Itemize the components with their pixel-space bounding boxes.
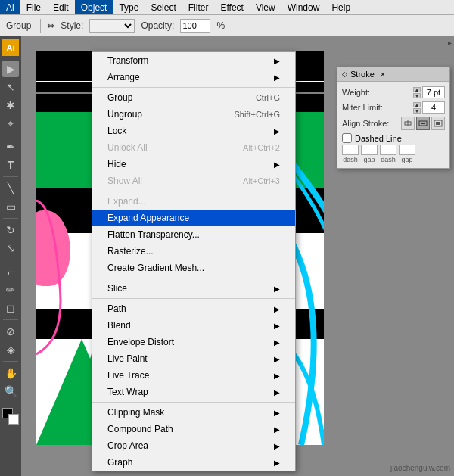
stroke-panel-close-icon[interactable]: × bbox=[381, 70, 385, 79]
menu-item-hide[interactable]: Hide ▶ bbox=[92, 156, 295, 173]
align-outside-button[interactable] bbox=[431, 117, 445, 130]
menubar-item-window[interactable]: Window bbox=[281, 0, 326, 14]
tool-eraser[interactable]: ◻ bbox=[2, 300, 19, 316]
menu-item-rasterize[interactable]: Rasterize... bbox=[92, 243, 295, 260]
stroke-panel-body: Weight: ▲ ▼ Miter Limit: ▲ bbox=[337, 82, 449, 168]
menu-item-ungroup[interactable]: Ungroup Shift+Ctrl+G bbox=[92, 106, 295, 123]
unlock-all-shortcut: Alt+Ctrl+2 bbox=[243, 143, 280, 152]
tool-selection[interactable]: ▶ bbox=[2, 61, 19, 77]
menubar-item-ai[interactable]: Ai bbox=[0, 0, 20, 14]
ungroup-shortcut: Shift+Ctrl+G bbox=[234, 110, 280, 119]
menubar-item-view[interactable]: View bbox=[250, 0, 281, 14]
color-swatches[interactable] bbox=[2, 408, 19, 425]
tool-pencil[interactable]: ✏ bbox=[2, 282, 19, 298]
weight-down-icon[interactable]: ▼ bbox=[413, 93, 421, 98]
menubar-item-filter[interactable]: Filter bbox=[182, 0, 215, 14]
toolbar-separator-1 bbox=[40, 19, 41, 33]
transform-arrow-icon: ▶ bbox=[274, 57, 280, 65]
tool-type[interactable]: T bbox=[2, 157, 19, 173]
menubar-item-select[interactable]: Select bbox=[145, 0, 182, 14]
dashed-line-row: Dashed Line bbox=[342, 133, 445, 143]
menu-sep-1 bbox=[92, 87, 295, 88]
align-center-button[interactable] bbox=[401, 117, 415, 130]
miter-input[interactable] bbox=[422, 101, 445, 114]
tool-magic-wand[interactable]: ✱ bbox=[2, 97, 19, 114]
menu-item-transform[interactable]: Transform ▶ bbox=[92, 52, 295, 69]
menu-sep-3 bbox=[92, 278, 295, 278]
menu-item-crop-area[interactable]: Crop Area ▶ bbox=[92, 437, 295, 454]
menu-item-envelope-distort[interactable]: Envelope Distort ▶ bbox=[92, 334, 295, 350]
dash-input-1[interactable] bbox=[342, 145, 359, 155]
menu-item-arrange[interactable]: Arrange ▶ bbox=[92, 69, 295, 86]
opacity-input[interactable] bbox=[180, 19, 210, 33]
menu-item-expand-appearance[interactable]: Expand Appearance bbox=[92, 210, 295, 226]
menu-item-compound-path[interactable]: Compound Path ▶ bbox=[92, 421, 295, 437]
menu-item-group[interactable]: Group Ctrl+G bbox=[92, 89, 295, 106]
tool-lasso[interactable]: ⌖ bbox=[2, 115, 19, 132]
menu-item-create-gradient-mesh[interactable]: Create Gradient Mesh... bbox=[92, 260, 295, 276]
canvas-area: ▸ Transform ▶ Arrange ▶ Group Ctrl+G Ung… bbox=[21, 36, 454, 476]
menubar-item-object[interactable]: Object bbox=[75, 0, 114, 14]
dash-inputs-row bbox=[342, 145, 445, 155]
menubar-item-effect[interactable]: Effect bbox=[214, 0, 249, 14]
menu-item-live-paint[interactable]: Live Paint ▶ bbox=[92, 350, 295, 367]
tool-pen[interactable]: ✒ bbox=[2, 138, 19, 155]
tool-scale[interactable]: ⤡ bbox=[2, 240, 19, 257]
tool-paintbrush[interactable]: ⌐ bbox=[2, 263, 19, 280]
tools-separator-1 bbox=[3, 135, 18, 135]
crop-area-arrow-icon: ▶ bbox=[274, 442, 280, 450]
tool-zoom[interactable]: 🔍 bbox=[2, 383, 19, 400]
menu-sep-5 bbox=[92, 402, 295, 403]
tools-separator-6 bbox=[3, 361, 18, 362]
align-inside-button[interactable] bbox=[416, 117, 430, 130]
text-wrap-arrow-icon: ▶ bbox=[274, 388, 280, 397]
menu-item-text-wrap[interactable]: Text Wrap ▶ bbox=[92, 384, 295, 400]
gap-input-2[interactable] bbox=[399, 145, 415, 155]
gap-label-1: gap bbox=[361, 156, 378, 163]
miter-up-icon[interactable]: ▲ bbox=[413, 102, 421, 107]
menu-item-graph[interactable]: Graph ▶ bbox=[92, 454, 295, 471]
blend-arrow-icon: ▶ bbox=[274, 322, 280, 330]
tool-eyedropper[interactable]: ⊘ bbox=[2, 323, 19, 340]
align-inside-icon bbox=[418, 119, 428, 128]
menu-item-live-trace[interactable]: Live Trace ▶ bbox=[92, 367, 295, 384]
opacity-label: Opacity: bbox=[138, 20, 177, 31]
weight-value: ▲ ▼ bbox=[413, 86, 445, 98]
stroke-panel-title: Stroke bbox=[350, 70, 375, 79]
tool-blend[interactable]: ◈ bbox=[2, 341, 19, 358]
menu-item-path[interactable]: Path ▶ bbox=[92, 300, 295, 317]
menubar-item-edit[interactable]: Edit bbox=[47, 0, 75, 14]
tool-rotate[interactable]: ↻ bbox=[2, 222, 19, 238]
menu-item-clipping-mask[interactable]: Clipping Mask ▶ bbox=[92, 404, 295, 421]
watermark: jiaochenguiw.com bbox=[390, 464, 450, 472]
menubar-item-help[interactable]: Help bbox=[325, 0, 356, 14]
stroke-panel: ◇ Stroke × Weight: ▲ ▼ bbox=[337, 67, 450, 169]
envelope-distort-arrow-icon: ▶ bbox=[274, 338, 280, 347]
dash-input-2[interactable] bbox=[380, 145, 396, 155]
align-buttons bbox=[401, 117, 445, 130]
menubar-item-file[interactable]: File bbox=[20, 0, 47, 14]
dashed-line-checkbox[interactable] bbox=[342, 133, 352, 143]
menu-item-flatten-transparency[interactable]: Flatten Transparency... bbox=[92, 226, 295, 243]
tool-hand[interactable]: ✋ bbox=[2, 365, 19, 381]
menubar-item-type[interactable]: Type bbox=[113, 0, 145, 14]
tools-panel: Ai ▶ ↖ ✱ ⌖ ✒ T ╲ ▭ ↻ ⤡ ⌐ ✏ ◻ ⊘ ◈ ✋ 🔍 bbox=[0, 36, 21, 476]
dashed-line-label: Dashed Line bbox=[355, 134, 402, 143]
menu-item-blend[interactable]: Blend ▶ bbox=[92, 317, 295, 334]
stroke-diamond-icon: ◇ bbox=[342, 70, 347, 78]
miter-down-icon[interactable]: ▼ bbox=[413, 108, 421, 114]
tool-rectangle[interactable]: ▭ bbox=[2, 198, 19, 215]
gap-input-1[interactable] bbox=[361, 145, 378, 155]
menu-item-show-all: Show All Alt+Ctrl+3 bbox=[92, 173, 295, 189]
dash-label-2: dash bbox=[380, 156, 396, 163]
svg-rect-8 bbox=[436, 122, 440, 125]
style-dropdown[interactable] bbox=[89, 19, 135, 33]
tool-direct-selection[interactable]: ↖ bbox=[2, 79, 19, 95]
weight-input[interactable] bbox=[422, 86, 445, 98]
weight-up-icon[interactable]: ▲ bbox=[413, 87, 421, 92]
path-arrow-icon: ▶ bbox=[274, 305, 280, 313]
menu-item-slice[interactable]: Slice ▶ bbox=[92, 280, 295, 297]
compound-path-arrow-icon: ▶ bbox=[274, 425, 280, 434]
menu-item-lock[interactable]: Lock ▶ bbox=[92, 123, 295, 139]
tool-line[interactable]: ╲ bbox=[2, 180, 19, 197]
